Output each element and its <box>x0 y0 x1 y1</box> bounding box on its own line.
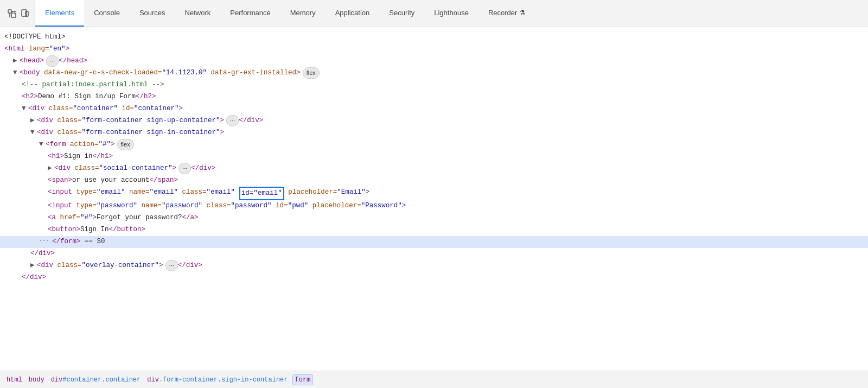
tab-security-label: Security <box>389 9 414 17</box>
code-line[interactable]: ▶<div class="form-container sign-up-cont… <box>0 115 868 127</box>
code-line[interactable]: <button>Sign In</button> <box>0 224 868 236</box>
tab-lighthouse[interactable]: Lighthouse <box>424 0 478 27</box>
code-line[interactable]: ▶<div class="social-container">···</div> <box>0 163 868 175</box>
tab-memory[interactable]: Memory <box>280 0 326 27</box>
tab-security[interactable]: Security <box>379 0 424 27</box>
devtools-toolbar: Elements Console Sources Network Perform… <box>0 0 868 27</box>
code-line[interactable]: ▼<form action="#">flex <box>0 139 868 151</box>
tab-recorder[interactable]: Recorder ⚗ <box>478 0 535 27</box>
tab-application-label: Application <box>335 9 370 17</box>
code-line[interactable]: ▼<body data-new-gr-c-s-check-loaded="14.… <box>0 67 868 79</box>
code-line-password-input[interactable]: <input type="password" name="password" c… <box>0 200 868 212</box>
code-line[interactable]: <!DOCTYPE html> <box>0 31 868 43</box>
tab-elements-label: Elements <box>45 9 74 17</box>
tab-performance-label: Performance <box>230 9 270 17</box>
tab-sources[interactable]: Sources <box>130 0 175 27</box>
tab-network[interactable]: Network <box>175 0 221 27</box>
tab-performance[interactable]: Performance <box>220 0 280 27</box>
toolbar-icons <box>2 0 35 27</box>
inspector-icon[interactable] <box>7 8 17 19</box>
tab-memory-label: Memory <box>290 9 316 17</box>
svg-rect-3 <box>11 13 16 17</box>
code-line[interactable]: <span>or use your account</span> <box>0 175 868 187</box>
tab-recorder-label: Recorder ⚗ <box>488 9 526 17</box>
code-line[interactable]: <!-- partial:index.partial.html --> <box>0 79 868 91</box>
tab-application[interactable]: Application <box>326 0 380 27</box>
tab-elements[interactable]: Elements <box>35 0 84 27</box>
tab-sources-label: Sources <box>139 9 165 17</box>
code-line[interactable]: ▶<head>···</head> <box>0 55 868 67</box>
code-line-email-input[interactable]: <input type="email" name="email" class="… <box>0 187 868 200</box>
code-line[interactable]: <h2>Demo #1: Sign in/up Form</h2> <box>0 91 868 103</box>
device-icon[interactable] <box>20 8 30 19</box>
code-line[interactable]: ▼<div class="form-container sign-in-cont… <box>0 127 868 139</box>
code-line[interactable]: <a href="#">Forgot your password?</a> <box>0 212 868 224</box>
code-line[interactable]: ▶<div class="overlay-container">···</div… <box>0 260 868 272</box>
code-line[interactable]: <h1>Sign in</h1> <box>0 151 868 163</box>
tab-console-label: Console <box>94 9 120 17</box>
code-line[interactable]: <html lang="en"> <box>0 43 868 55</box>
code-line-selected[interactable]: ···</form> == $0 <box>0 236 868 248</box>
code-line[interactable]: </div> <box>0 248 868 260</box>
devtools-tabs: Elements Console Sources Network Perform… <box>35 0 866 27</box>
tab-console[interactable]: Console <box>84 0 130 27</box>
code-line[interactable]: ▼<div class="container" id="container"> <box>0 103 868 115</box>
elements-panel: <!DOCTYPE html> <html lang="en"> ▶<head>… <box>0 27 868 288</box>
code-line[interactable]: </div> <box>0 272 868 284</box>
svg-rect-0 <box>8 10 11 13</box>
tab-lighthouse-label: Lighthouse <box>434 9 469 17</box>
tab-network-label: Network <box>185 9 211 17</box>
